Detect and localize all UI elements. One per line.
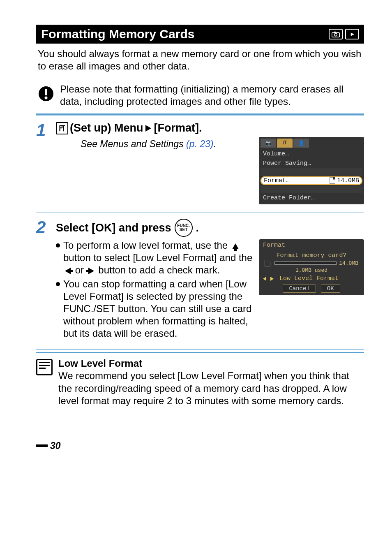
menu-format-label: Format…	[264, 177, 290, 184]
menu-tab-setup: ᎥT	[277, 139, 293, 148]
menu-item-volume: Volume…	[261, 149, 362, 159]
bullet-icon	[56, 282, 60, 286]
dialog-used: 1.0MB used	[261, 266, 362, 274]
page-ref-link[interactable]: (p. 23)	[186, 139, 213, 149]
menu-item-createfolder: Create Folder…	[261, 193, 362, 203]
camera-format-dialog-screenshot: Format Format memory card? 14.0MB 1.0MB …	[259, 239, 364, 295]
section-title-text: Formatting Memory Cards	[41, 27, 194, 41]
note-callout: Low Level Format We recommend you select…	[36, 352, 364, 407]
dialog-ok: OK	[321, 285, 340, 293]
svg-marker-3	[351, 32, 354, 36]
menu-tab-rec: 📷	[261, 139, 276, 148]
warning-callout: Please note that formatting (initializin…	[36, 80, 364, 115]
menu-format-value: 14.0MB	[337, 177, 359, 184]
dialog-title: Format	[261, 241, 362, 251]
step1-heading-a: (Set up) Menu	[70, 122, 143, 134]
bullet-1: To perform a low level format, use the b…	[56, 239, 253, 276]
bullet-icon	[56, 243, 60, 248]
arrow-right-icon	[145, 125, 151, 132]
tools-menu-icon	[56, 122, 68, 134]
right-tri-icon	[270, 277, 274, 281]
caution-icon	[38, 86, 54, 102]
capacity-bar	[274, 261, 337, 265]
dialog-question: Format memory card?	[261, 251, 362, 260]
svg-rect-1	[334, 31, 336, 32]
cross-reference: See Menus and Settings (p. 23).	[81, 139, 253, 150]
menu-item-dim-bot	[261, 186, 362, 193]
card-icon	[265, 260, 270, 266]
menu-item-powersaving: Power Saving…	[261, 159, 362, 168]
menu-item-format-highlight: Format… 14.0MB	[261, 176, 362, 185]
warning-text: Please note that formatting (initializin…	[60, 83, 362, 108]
camera-mode-icon	[329, 29, 343, 39]
section-title: Formatting Memory Cards	[36, 25, 364, 44]
note-icon	[36, 359, 53, 375]
left-arrow-icon	[65, 268, 71, 274]
dialog-total: 14.0MB	[339, 260, 358, 266]
mode-icons	[329, 29, 359, 39]
camera-setup-menu-screenshot: 📷 ᎥT 👤 Volume… Power Saving… Format… 14.…	[259, 137, 364, 204]
menu-item-dim-top	[261, 168, 362, 176]
note-body: We recommend you select [Low Level Forma…	[58, 370, 349, 406]
bullet-2: You can stop formatting a card when [Low…	[56, 278, 253, 340]
intro-paragraph: You should always format a new memory ca…	[38, 48, 362, 72]
svg-rect-5	[45, 89, 47, 95]
menu-tab-mycam: 👤	[293, 139, 309, 148]
up-arrow-icon	[232, 243, 239, 249]
step-1: 1 (Set up) Menu [Format]. See Menus and …	[36, 116, 364, 213]
step-number: 1	[36, 122, 56, 204]
page-number: 30	[36, 440, 364, 451]
step1-heading: (Set up) Menu [Format].	[56, 122, 364, 134]
page-number-bar-icon	[36, 444, 48, 447]
step2-heading-a: Select [OK] and press	[56, 222, 171, 234]
dialog-cancel: Cancel	[283, 285, 316, 293]
right-arrow-icon	[88, 268, 94, 274]
svg-point-6	[45, 97, 48, 99]
card-icon	[330, 177, 335, 184]
step2-heading-b: .	[196, 222, 199, 234]
step-2: 2 Select [OK] and press FUNC. SET . To p…	[36, 213, 364, 350]
left-tri-icon	[263, 277, 266, 281]
step-number: 2	[36, 219, 56, 341]
note-heading: Low Level Format	[58, 358, 142, 369]
play-mode-icon	[345, 29, 359, 39]
step2-heading: Select [OK] and press FUNC. SET .	[56, 219, 364, 237]
func-set-button-icon: FUNC. SET	[175, 219, 193, 237]
dialog-lowlevel-label: Low Level Format	[279, 275, 339, 282]
step1-heading-b: [Format].	[154, 122, 202, 134]
svg-point-2	[334, 33, 337, 36]
dialog-lowlevel-row: Low Level Format	[261, 274, 362, 283]
